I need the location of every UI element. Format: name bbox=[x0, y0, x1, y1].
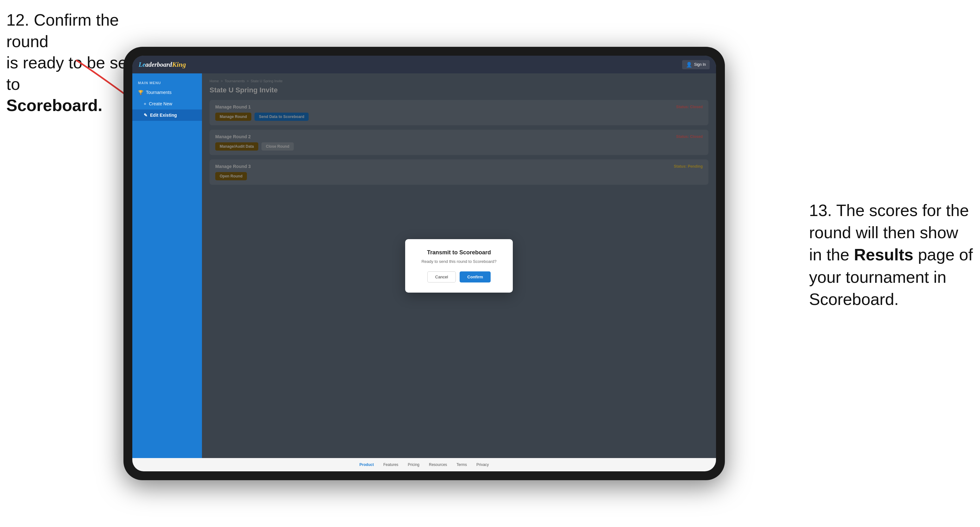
sidebar-item-tournaments[interactable]: 🏆 Tournaments bbox=[132, 87, 202, 98]
step-13-instruction: 13. The scores for the round will then s… bbox=[809, 199, 974, 310]
main-layout: MAIN MENU 🏆 Tournaments + Create New ✎ E… bbox=[132, 73, 716, 458]
modal-title: Transmit to Scoreboard bbox=[417, 249, 501, 256]
sidebar-item-create-new[interactable]: + Create New bbox=[132, 98, 202, 110]
footer-link-product[interactable]: Product bbox=[360, 462, 374, 467]
transmit-modal: Transmit to Scoreboard Ready to send thi… bbox=[405, 239, 513, 293]
modal-confirm-button[interactable]: Confirm bbox=[460, 271, 491, 283]
modal-subtitle: Ready to send this round to Scoreboard? bbox=[417, 259, 501, 264]
footer-bar: Product Features Pricing Resources Terms… bbox=[132, 458, 716, 471]
sign-in-button[interactable]: 👤 Sign In bbox=[682, 60, 710, 69]
plus-icon: + bbox=[144, 101, 146, 106]
tablet-screen: LeaderboardKing 👤 Sign In MAIN MENU 🏆 To… bbox=[132, 56, 716, 471]
sidebar-menu-label: MAIN MENU bbox=[132, 78, 202, 87]
step-13-bold: Results bbox=[854, 246, 913, 264]
step-12-bold: Scoreboard. bbox=[6, 96, 102, 114]
modal-overlay: Transmit to Scoreboard Ready to send thi… bbox=[202, 73, 716, 458]
footer-link-features[interactable]: Features bbox=[383, 462, 398, 467]
footer-link-resources[interactable]: Resources bbox=[429, 462, 447, 467]
footer-link-privacy[interactable]: Privacy bbox=[476, 462, 489, 467]
trophy-icon: 🏆 bbox=[138, 90, 143, 95]
footer-link-terms[interactable]: Terms bbox=[457, 462, 467, 467]
edit-icon: ✎ bbox=[144, 113, 148, 117]
app-header: LeaderboardKing 👤 Sign In bbox=[132, 56, 716, 73]
main-content: Home > Tournaments > State U Spring Invi… bbox=[202, 73, 716, 458]
sidebar-item-edit-existing[interactable]: ✎ Edit Existing bbox=[132, 110, 202, 121]
modal-buttons: Cancel Confirm bbox=[417, 271, 501, 283]
modal-cancel-button[interactable]: Cancel bbox=[427, 271, 456, 283]
tablet-frame: LeaderboardKing 👤 Sign In MAIN MENU 🏆 To… bbox=[123, 47, 725, 480]
footer-link-pricing[interactable]: Pricing bbox=[408, 462, 419, 467]
logo: LeaderboardKing bbox=[138, 60, 186, 69]
sidebar: MAIN MENU 🏆 Tournaments + Create New ✎ E… bbox=[132, 73, 202, 458]
